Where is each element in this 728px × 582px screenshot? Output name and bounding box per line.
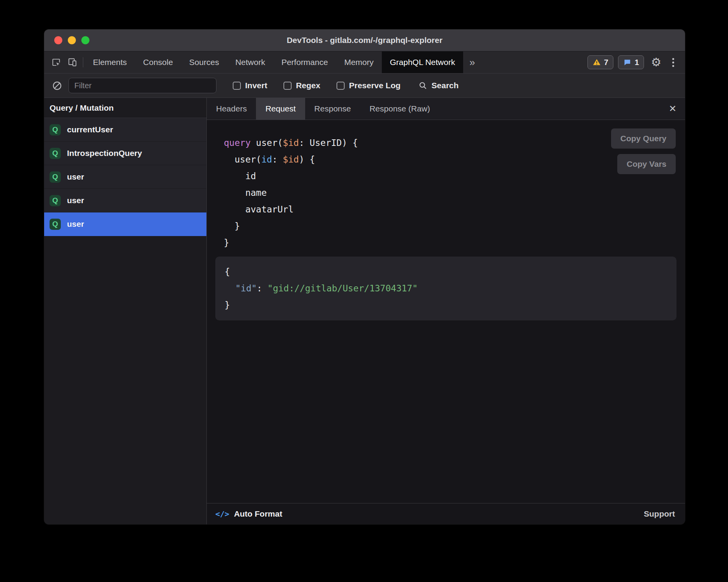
copy-query-button[interactable]: Copy Query [611, 128, 676, 149]
tab-elements[interactable]: Elements [85, 51, 135, 73]
tab-request[interactable]: Request [256, 98, 305, 120]
query-variables-box: { "id": "gid://gitlab/User/13704317"} [215, 257, 676, 320]
detail-panel-tabs: Headers Request Response Response (Raw) … [207, 98, 685, 120]
tab-graphql-network[interactable]: GraphQL Network [382, 51, 463, 73]
traffic-lights [54, 36, 89, 45]
tabbar-divider [83, 57, 83, 67]
warning-icon [592, 58, 601, 67]
query-item-label: user [67, 196, 84, 205]
query-item-label: IntrospectionQuery [67, 149, 142, 158]
warnings-badge[interactable]: 7 [587, 55, 613, 69]
query-sidebar: Query / Mutation Q currentUser Q Introsp… [44, 98, 207, 524]
minimize-window-button[interactable] [68, 36, 76, 45]
kebab-menu-icon[interactable] [668, 58, 678, 67]
tab-response[interactable]: Response [305, 98, 361, 120]
window-title: DevTools - gitlab.com/-/graphql-explorer [287, 36, 442, 45]
more-tabs-button[interactable]: » [463, 51, 481, 73]
query-item-user-2[interactable]: Q user [44, 189, 206, 212]
query-item-label: user [67, 172, 84, 181]
query-badge-icon: Q [50, 148, 61, 159]
warning-count: 7 [604, 58, 608, 67]
regex-checkbox-group[interactable]: Regex [283, 81, 320, 90]
tab-response-raw[interactable]: Response (Raw) [360, 98, 439, 120]
support-link[interactable]: Support [644, 509, 675, 519]
query-badge-icon: Q [50, 219, 61, 230]
tab-performance[interactable]: Performance [273, 51, 336, 73]
code-icon: </> [215, 509, 229, 519]
tab-network[interactable]: Network [227, 51, 273, 73]
titlebar: DevTools - gitlab.com/-/graphql-explorer [44, 29, 685, 51]
inspect-element-icon[interactable] [51, 57, 61, 67]
close-panel-icon[interactable]: ✕ [669, 104, 676, 113]
sidebar-header: Query / Mutation [44, 98, 206, 118]
main-split: Query / Mutation Q currentUser Q Introsp… [44, 98, 685, 524]
issues-icon [623, 58, 632, 67]
devtools-window: DevTools - gitlab.com/-/graphql-explorer… [44, 29, 685, 524]
tab-headers[interactable]: Headers [207, 98, 256, 120]
panel-footer: </> Auto Format Support [207, 503, 685, 524]
query-badge-icon: Q [50, 171, 61, 183]
query-item-user-3-selected[interactable]: Q user [44, 212, 206, 236]
query-item-introspectionquery[interactable]: Q IntrospectionQuery [44, 142, 206, 165]
invert-checkbox-group[interactable]: Invert [233, 81, 267, 90]
devtools-tabbar: Elements Console Sources Network Perform… [44, 51, 685, 73]
query-badge-icon: Q [50, 195, 61, 206]
tab-sources[interactable]: Sources [181, 51, 227, 73]
detail-panel: Headers Request Response Response (Raw) … [207, 98, 685, 524]
clear-icon[interactable] [52, 80, 62, 91]
tab-memory[interactable]: Memory [336, 51, 382, 73]
search-icon [418, 81, 428, 90]
zoom-window-button[interactable] [81, 36, 89, 45]
invert-checkbox [233, 82, 241, 90]
query-item-user-1[interactable]: Q user [44, 165, 206, 189]
search-label: Search [431, 81, 458, 90]
regex-label: Regex [296, 81, 320, 90]
copy-vars-button[interactable]: Copy Vars [617, 154, 676, 174]
request-content: query user($id: UserID) { user(id: $id) … [207, 120, 685, 503]
query-item-label: user [67, 219, 84, 229]
tabbar-right-controls: 7 1 ⚙ [587, 51, 685, 73]
preserve-log-checkbox [337, 82, 345, 90]
search-button[interactable]: Search [418, 81, 458, 90]
query-variables-json: { "id": "gid://gitlab/User/13704317"} [225, 264, 669, 313]
query-item-currentuser[interactable]: Q currentUser [44, 118, 206, 142]
filter-toolbar: Invert Regex Preserve Log Search [44, 73, 685, 98]
query-badge-icon: Q [50, 124, 61, 135]
copy-buttons: Copy Query Copy Vars [611, 128, 676, 174]
device-toolbar-icon[interactable] [67, 57, 77, 67]
regex-checkbox [283, 82, 292, 90]
close-window-button[interactable] [54, 36, 62, 45]
issue-count: 1 [635, 58, 639, 67]
settings-gear-icon[interactable]: ⚙ [649, 56, 664, 68]
preserve-log-checkbox-group[interactable]: Preserve Log [337, 81, 400, 90]
issues-badge[interactable]: 1 [618, 55, 644, 69]
tab-console[interactable]: Console [135, 51, 181, 73]
filter-input[interactable] [69, 78, 216, 93]
invert-label: Invert [245, 81, 267, 90]
preserve-log-label: Preserve Log [349, 81, 400, 90]
auto-format-button[interactable]: Auto Format [234, 509, 282, 519]
query-item-label: currentUser [67, 125, 113, 134]
tabbar-icons [44, 51, 81, 73]
